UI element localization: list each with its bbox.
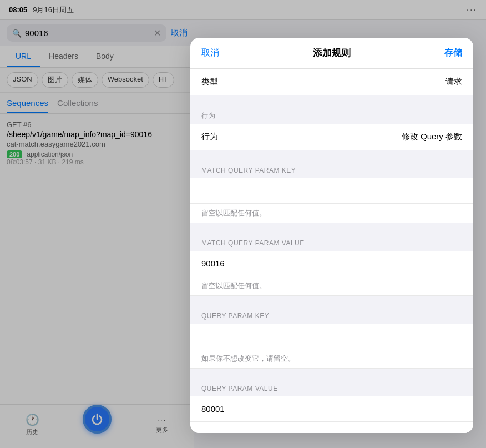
- match-value-header-label: MATCH QUERY PARAM VALUE: [201, 239, 305, 247]
- divider-3: [190, 223, 473, 232]
- form-section-type: 类型 请求: [190, 69, 473, 95]
- form-section-behavior: 行为 行为 修改 Query 参数: [190, 104, 473, 150]
- modal-title: 添加规则: [313, 47, 351, 59]
- behavior-value: 修改 Query 参数: [402, 132, 462, 142]
- form-section-query-value: QUERY PARAM VALUE: [190, 377, 473, 422]
- divider-2: [190, 150, 473, 159]
- form-section-match-value: MATCH QUERY PARAM VALUE 留空以匹配任何值。: [190, 232, 473, 296]
- match-value-input-row: [190, 251, 473, 276]
- modal-save-button[interactable]: 存储: [444, 47, 462, 59]
- query-key-input-row: [190, 324, 473, 349]
- query-key-hint: 如果你不想改变它，请留空。: [190, 349, 473, 369]
- match-key-hint: 留空以匹配任何值。: [190, 204, 473, 223]
- match-key-input[interactable]: [190, 178, 473, 203]
- divider-1: [190, 95, 473, 104]
- modal-cancel-button[interactable]: 取消: [201, 47, 219, 59]
- query-key-header-label: QUERY PARAM KEY: [201, 312, 269, 320]
- match-key-header: MATCH QUERY PARAM KEY: [190, 159, 473, 178]
- query-value-header-label: QUERY PARAM VALUE: [201, 385, 278, 392]
- behavior-section-header: 行为: [190, 104, 473, 124]
- modal-card: 取消 添加规则 存储 类型 请求 行为 行为 修改: [190, 38, 473, 433]
- type-value: 请求: [446, 77, 462, 87]
- query-key-input[interactable]: [190, 324, 473, 349]
- divider-5: [190, 369, 473, 377]
- modal-body: 类型 请求 行为 行为 修改 Query 参数: [190, 69, 473, 433]
- behavior-header-label: 行为: [201, 112, 215, 119]
- query-value-header: QUERY PARAM VALUE: [190, 377, 473, 396]
- match-key-header-label: MATCH QUERY PARAM KEY: [201, 167, 296, 174]
- modal-header: 取消 添加规则 存储: [190, 38, 473, 69]
- form-section-match-key: MATCH QUERY PARAM KEY 留空以匹配任何值。: [190, 159, 473, 223]
- match-value-input[interactable]: [190, 251, 473, 276]
- query-value-input[interactable]: [190, 396, 473, 421]
- match-value-hint: 留空以匹配任何值。: [190, 276, 473, 296]
- query-value-input-row: [190, 396, 473, 422]
- behavior-row: 行为 修改 Query 参数: [190, 124, 473, 150]
- type-row: 类型 请求: [190, 69, 473, 95]
- query-key-header: QUERY PARAM KEY: [190, 305, 473, 324]
- modal-overlay: 取消 添加规则 存储 类型 请求 行为 行为 修改: [0, 0, 486, 448]
- divider-4: [190, 296, 473, 305]
- match-key-input-row: [190, 178, 473, 204]
- behavior-label: 行为: [201, 132, 218, 142]
- type-label: 类型: [201, 77, 218, 87]
- bottom-spacer: [190, 422, 473, 433]
- match-value-header: MATCH QUERY PARAM VALUE: [190, 232, 473, 251]
- form-section-query-key: QUERY PARAM KEY 如果你不想改变它，请留空。: [190, 305, 473, 369]
